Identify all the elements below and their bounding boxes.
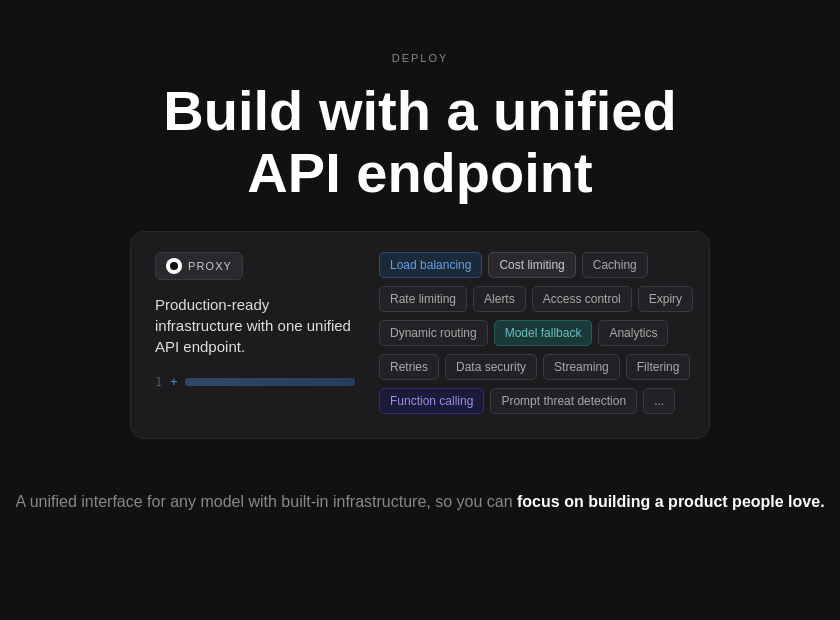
tag-filtering: Filtering bbox=[626, 354, 691, 380]
tags-row-1: Load balancing Cost limiting Caching bbox=[379, 252, 693, 278]
main-title: Build with a unified API endpoint bbox=[163, 80, 676, 203]
proxy-icon bbox=[166, 258, 182, 274]
tag-alerts: Alerts bbox=[473, 286, 526, 312]
tag-more: ... bbox=[643, 388, 675, 414]
tag-access-control: Access control bbox=[532, 286, 632, 312]
tag-expiry: Expiry bbox=[638, 286, 693, 312]
tags-row-3: Dynamic routing Model fallback Analytics bbox=[379, 320, 693, 346]
tag-caching: Caching bbox=[582, 252, 648, 278]
tag-streaming: Streaming bbox=[543, 354, 620, 380]
code-line: 1 + bbox=[155, 375, 355, 389]
proxy-card: PROXY Production-ready infrastructure wi… bbox=[130, 231, 710, 439]
top-section: DEPLOY Build with a unified API endpoint… bbox=[0, 0, 840, 439]
tags-row-4: Retries Data security Streaming Filterin… bbox=[379, 354, 693, 380]
proxy-icon-inner bbox=[170, 262, 178, 270]
tag-cost-limiting: Cost limiting bbox=[488, 252, 575, 278]
tags-row-5: Function calling Prompt threat detection… bbox=[379, 388, 693, 414]
tag-prompt-threat-detection: Prompt threat detection bbox=[490, 388, 637, 414]
tag-analytics: Analytics bbox=[598, 320, 668, 346]
proxy-text: PROXY bbox=[188, 260, 232, 272]
card-description: Production-ready infrastructure with one… bbox=[155, 294, 355, 357]
proxy-badge: PROXY bbox=[155, 252, 243, 280]
bottom-section: A unified interface for any model with b… bbox=[15, 489, 824, 515]
title-line2: API endpoint bbox=[247, 141, 592, 204]
card-right: Load balancing Cost limiting Caching Rat… bbox=[379, 252, 693, 414]
tag-dynamic-routing: Dynamic routing bbox=[379, 320, 488, 346]
line-number: 1 bbox=[155, 375, 162, 389]
tags-row-2: Rate limiting Alerts Access control Expi… bbox=[379, 286, 693, 312]
title-line1: Build with a unified bbox=[163, 79, 676, 142]
tag-rate-limiting: Rate limiting bbox=[379, 286, 467, 312]
card-left: PROXY Production-ready infrastructure wi… bbox=[155, 252, 355, 414]
deploy-label: DEPLOY bbox=[392, 52, 449, 64]
code-bar bbox=[185, 378, 355, 386]
tag-load-balancing: Load balancing bbox=[379, 252, 482, 278]
footer-text-normal: A unified interface for any model with b… bbox=[15, 493, 517, 510]
footer-text-bold: focus on building a product people love. bbox=[517, 493, 825, 510]
tag-function-calling: Function calling bbox=[379, 388, 484, 414]
tag-data-security: Data security bbox=[445, 354, 537, 380]
line-plus: + bbox=[170, 375, 177, 389]
tag-retries: Retries bbox=[379, 354, 439, 380]
tag-model-fallback: Model fallback bbox=[494, 320, 593, 346]
